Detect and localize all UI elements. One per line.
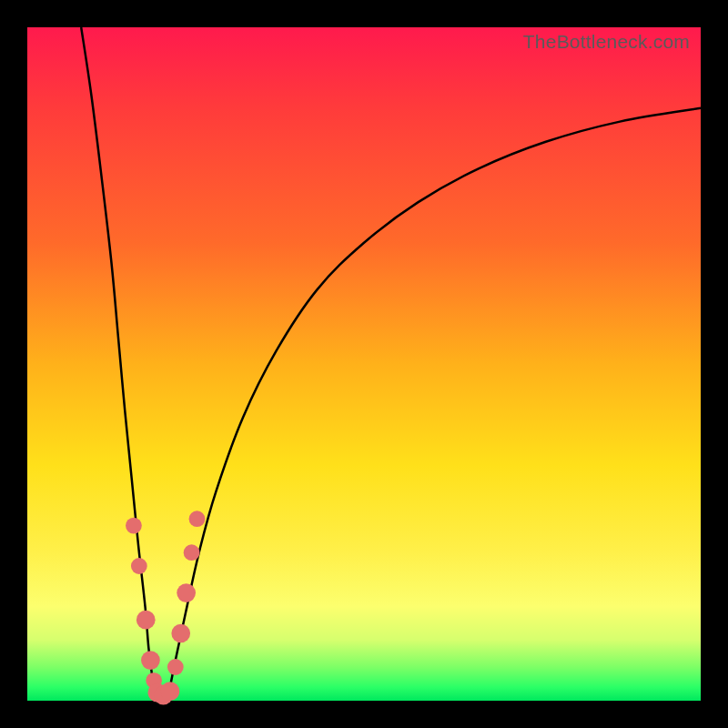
marker-dot	[167, 659, 184, 675]
marker-dot	[161, 682, 180, 701]
chart-frame: TheBottleneck.com	[0, 0, 728, 728]
left-curve	[81, 27, 155, 694]
curve-layer	[27, 27, 701, 701]
marker-dot	[184, 544, 200, 561]
marker-dot	[177, 583, 196, 602]
gradient-plot-area: TheBottleneck.com	[27, 27, 701, 701]
marker-dot	[126, 518, 142, 534]
marker-dot	[141, 651, 160, 670]
marker-dot	[136, 611, 156, 630]
marker-dot	[131, 558, 147, 574]
marker-dot	[189, 511, 206, 527]
marker-dot	[171, 624, 190, 643]
right-curve	[168, 108, 701, 694]
